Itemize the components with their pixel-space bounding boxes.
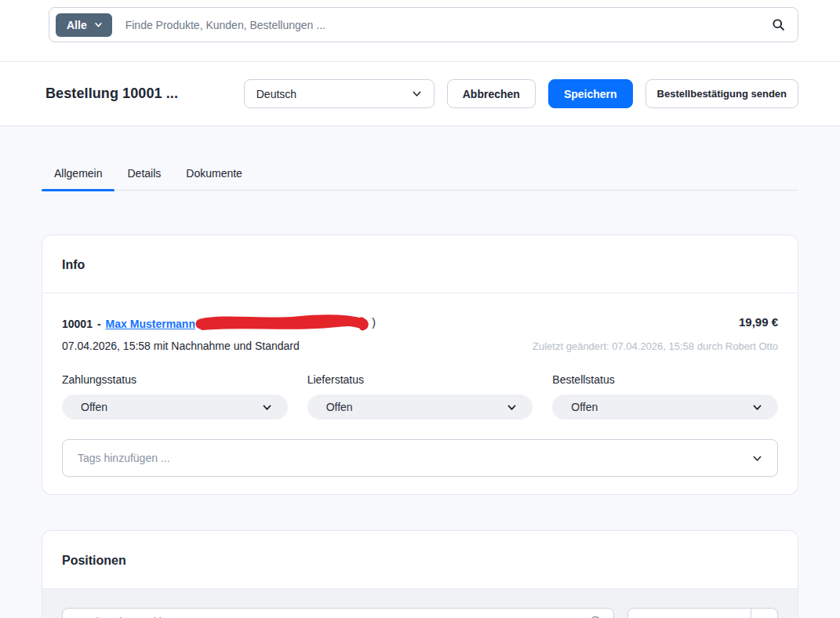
page-title: Bestellung 10001 ... xyxy=(45,85,178,102)
order-date-payment-shipping: 07.04.2026, 15:58 mit Nachnahme und Stan… xyxy=(62,340,300,352)
add-product-button[interactable]: Produkt hinzufügen xyxy=(628,609,751,618)
order-line: 10001 - Max Mustermann ) xyxy=(62,315,372,333)
delivery-status-value: Offen xyxy=(326,401,353,413)
chevron-down-icon xyxy=(412,89,422,99)
language-select-value: Deutsch xyxy=(256,88,296,100)
order-status-value: Offen xyxy=(571,401,598,413)
cancel-button[interactable]: Abbrechen xyxy=(447,79,536,108)
order-separator: - xyxy=(97,318,101,330)
info-card: Info 10001 - Max Mustermann ) xyxy=(42,234,798,495)
language-select[interactable]: Deutsch xyxy=(244,79,435,108)
chevron-down-icon xyxy=(94,20,103,29)
order-meta-row: 07.04.2026, 15:58 mit Nachnahme und Stan… xyxy=(62,340,778,352)
payment-status-group: Zahlungsstatus Offen xyxy=(62,373,288,420)
tab-dokumente[interactable]: Dokumente xyxy=(173,162,255,190)
tab-details[interactable]: Details xyxy=(115,162,173,190)
customer-link[interactable]: Max Mustermann xyxy=(106,318,195,330)
order-status-select[interactable]: Offen xyxy=(552,394,778,420)
positions-card-title: Positionen xyxy=(42,531,798,589)
tags-placeholder: Tags hinzufügen ... xyxy=(78,452,170,464)
payment-status-select[interactable]: Offen xyxy=(62,394,288,420)
payment-status-value: Offen xyxy=(81,401,107,413)
chevron-down-icon xyxy=(752,402,762,413)
order-smart-bar: Bestellung 10001 ... Deutsch Abbrechen S… xyxy=(0,62,840,126)
chevron-down-icon xyxy=(752,453,762,464)
save-button[interactable]: Speichern xyxy=(548,79,633,108)
order-detail-content: Allgemein Details Dokumente Info 10001 -… xyxy=(0,126,840,618)
chevron-down-icon xyxy=(262,402,272,413)
status-grid: Zahlungsstatus Offen Lieferstatus Offen xyxy=(62,373,778,420)
search-icon xyxy=(590,615,603,618)
delivery-status-label: Lieferstatus xyxy=(307,373,533,386)
redaction-scribble xyxy=(193,314,373,334)
positions-toolbar: Produkt hinzufügen xyxy=(42,589,798,618)
info-card-title: Info xyxy=(42,235,798,293)
search-type-filter-label: Alle xyxy=(67,19,87,31)
last-changed-info: Zuletzt geändert: 07.04.2026, 15:58 durc… xyxy=(533,340,778,352)
chevron-down-icon xyxy=(507,402,517,413)
global-search: Alle xyxy=(49,7,798,42)
order-total-amount: 19,99 € xyxy=(739,315,778,329)
order-summary-row: 10001 - Max Mustermann ) 19,99 € xyxy=(62,315,778,333)
delivery-status-group: Lieferstatus Offen xyxy=(307,373,533,420)
add-product-dropdown-toggle[interactable] xyxy=(751,609,777,618)
order-number: 10001 xyxy=(62,318,93,330)
payment-status-label: Zahlungsstatus xyxy=(62,373,288,386)
tab-allgemein[interactable]: Allgemein xyxy=(42,162,115,190)
order-status-label: Bestellstatus xyxy=(552,373,778,386)
positions-card: Positionen Produkt hinzufügen xyxy=(42,530,798,618)
add-product-split-button: Produkt hinzufügen xyxy=(627,608,778,618)
tags-input[interactable]: Tags hinzufügen ... xyxy=(62,439,778,477)
global-search-input[interactable] xyxy=(125,19,772,31)
search-type-filter-button[interactable]: Alle xyxy=(56,13,112,37)
positions-search xyxy=(62,608,614,618)
delivery-status-select[interactable]: Offen xyxy=(307,394,533,420)
order-status-group: Bestellstatus Offen xyxy=(552,373,778,420)
send-order-confirmation-button[interactable]: Bestellbestätigung senden xyxy=(645,79,798,108)
order-tabs: Allgemein Details Dokumente xyxy=(42,162,798,191)
redaction-area: ) xyxy=(193,315,372,333)
search-icon xyxy=(772,18,785,31)
positions-search-input[interactable] xyxy=(73,616,590,618)
top-search-bar: Alle xyxy=(0,7,840,62)
info-card-body: 10001 - Max Mustermann ) 19,99 € 07 xyxy=(42,293,798,494)
